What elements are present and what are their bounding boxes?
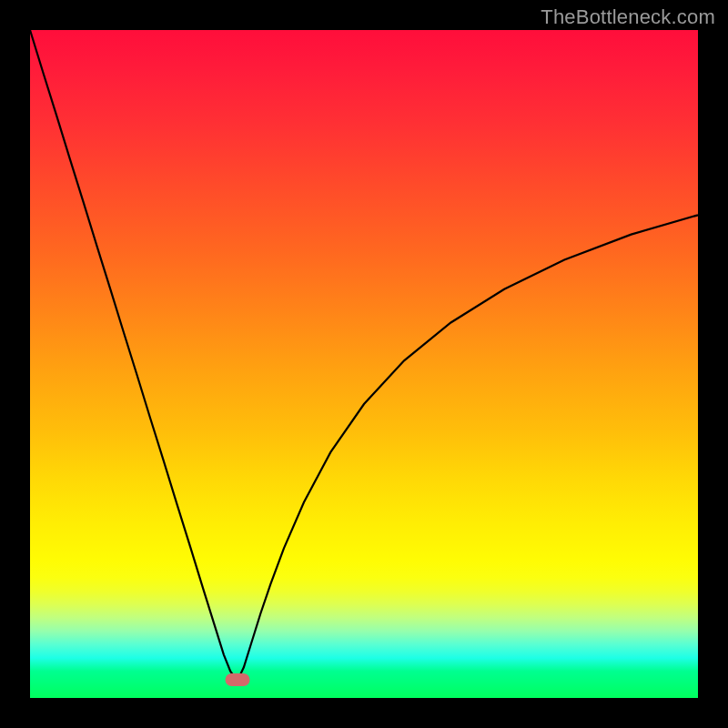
watermark-text: TheBottleneck.com: [541, 5, 715, 29]
chart-frame: TheBottleneck.com: [0, 0, 728, 728]
curve-path: [30, 30, 698, 680]
notch-marker: [225, 673, 249, 686]
bottleneck-curve: [30, 30, 698, 698]
